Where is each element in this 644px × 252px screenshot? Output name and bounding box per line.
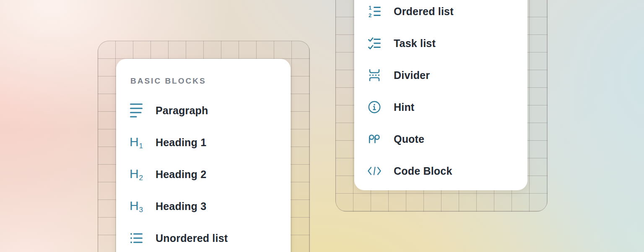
paragraph-icon — [130, 103, 143, 118]
menu-item-unordered-list[interactable]: Unordered list — [116, 222, 291, 252]
heading-1-icon: H1 — [130, 135, 143, 150]
unordered-list-icon — [130, 231, 143, 246]
menu-item-code-block[interactable]: Code Block — [354, 155, 527, 187]
menu-item-label: Divider — [394, 69, 430, 81]
divider-icon — [368, 68, 381, 83]
menu-item-label: Unordered list — [156, 232, 228, 244]
menu-item-heading-3[interactable]: H3Heading 3 — [116, 190, 291, 222]
section-header: BASIC BLOCKS — [130, 76, 291, 86]
menu-item-label: Code Block — [394, 165, 452, 177]
svg-text:2: 2 — [369, 12, 371, 18]
editor-blocks-hero: BASIC BLOCKS ParagraphH1Heading 1H2Headi… — [0, 0, 644, 252]
heading-2-icon: H2 — [130, 167, 143, 182]
menu-item-task-list[interactable]: Task list — [354, 27, 527, 59]
heading-3-icon: H3 — [130, 199, 143, 214]
blocks-menu-continued: 1 2 Ordered list Task list Divider Hint … — [354, 0, 527, 190]
menu-item-label: Heading 3 — [156, 200, 206, 213]
menu-item-label: Task list — [394, 37, 436, 50]
menu-item-label: Heading 1 — [156, 136, 206, 149]
basic-blocks-menu: BASIC BLOCKS ParagraphH1Heading 1H2Headi… — [116, 59, 291, 252]
hint-icon — [368, 100, 381, 115]
menu-item-divider[interactable]: Divider — [354, 59, 527, 91]
task-list-icon — [368, 36, 381, 51]
menu-item-heading-1[interactable]: H1Heading 1 — [116, 126, 291, 158]
menu-item-label: Hint — [394, 101, 414, 113]
menu-item-label: Ordered list — [394, 5, 454, 18]
menu-item-label: Heading 2 — [156, 168, 206, 181]
basic-blocks-menu-list: ParagraphH1Heading 1H2Heading 2H3Heading… — [116, 94, 291, 252]
menu-item-hint[interactable]: Hint — [354, 91, 527, 123]
blocks-menu-continued-list: 1 2 Ordered list Task list Divider Hint … — [354, 0, 527, 187]
menu-item-heading-2[interactable]: H2Heading 2 — [116, 158, 291, 190]
menu-item-label: Quote — [394, 133, 424, 145]
quote-icon — [368, 131, 381, 147]
svg-text:1: 1 — [369, 5, 371, 11]
menu-item-label: Paragraph — [156, 105, 208, 117]
menu-item-ordered-list[interactable]: 1 2 Ordered list — [354, 0, 527, 27]
menu-item-paragraph[interactable]: Paragraph — [116, 94, 291, 126]
code-block-icon — [368, 163, 381, 178]
menu-item-quote[interactable]: Quote — [354, 123, 527, 155]
ordered-list-icon: 1 2 — [368, 4, 381, 19]
